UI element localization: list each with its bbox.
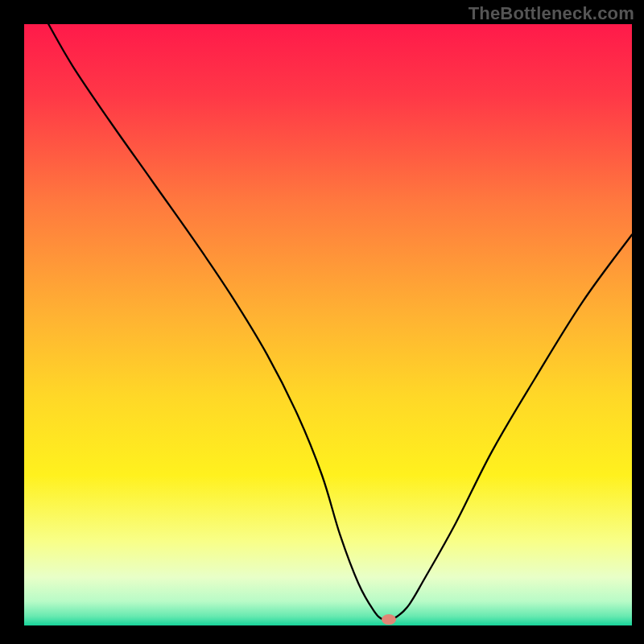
watermark-label: TheBottleneck.com xyxy=(469,3,634,24)
chart-container: TheBottleneck.com xyxy=(0,0,644,644)
plot-background xyxy=(24,24,632,625)
optimal-marker xyxy=(382,614,396,625)
bottleneck-chart xyxy=(24,24,632,625)
